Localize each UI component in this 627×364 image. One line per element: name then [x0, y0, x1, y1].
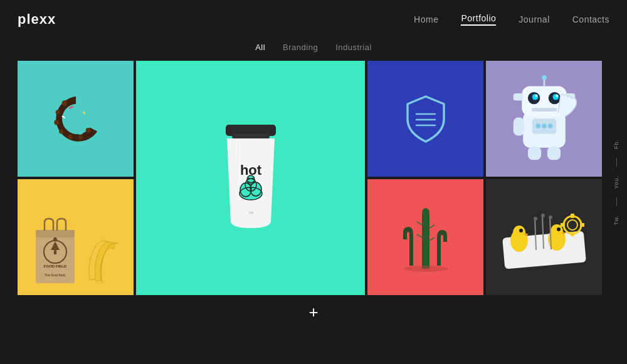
load-more-button[interactable]: + [308, 304, 318, 320]
filter-industrial[interactable]: Industrial [335, 43, 372, 52]
svg-line-62 [417, 234, 422, 237]
svg-point-6 [85, 127, 90, 132]
svg-point-76 [541, 214, 545, 217]
tools-icon [497, 200, 591, 275]
svg-rect-45 [513, 117, 524, 135]
svg-rect-53 [36, 230, 75, 237]
shield-wrap [404, 94, 448, 144]
svg-rect-47 [547, 146, 560, 159]
svg-point-79 [567, 220, 577, 230]
svg-point-71 [557, 227, 561, 231]
svg-point-51 [547, 123, 552, 128]
svg-line-61 [429, 225, 435, 228]
tools-wrap [497, 200, 591, 275]
svg-point-4 [67, 134, 72, 139]
svg-point-49 [535, 123, 540, 128]
nav-contacts[interactable]: Contacts [572, 14, 609, 24]
donut-c-icon [48, 91, 104, 147]
portfolio-grid: hot ™ [0, 61, 627, 295]
svg-rect-80 [571, 214, 574, 218]
svg-point-0 [61, 100, 67, 106]
svg-point-42 [542, 75, 547, 80]
portfolio-item-4[interactable] [486, 61, 602, 177]
svg-rect-13 [232, 133, 270, 138]
shield-icon [404, 94, 448, 144]
social-divider-2 [616, 197, 617, 206]
svg-point-5 [78, 135, 82, 139]
logo[interactable]: plexx [18, 11, 56, 28]
svg-rect-43 [513, 93, 522, 100]
svg-rect-56 [54, 250, 56, 254]
food-bag-icon: FOOD FIELD The food field. [33, 217, 77, 286]
social-sidebar: Fb. You. Tw. [613, 138, 619, 225]
svg-point-36 [532, 93, 538, 100]
svg-point-2 [54, 120, 59, 125]
svg-rect-46 [527, 146, 540, 159]
portfolio-item-5[interactable]: FOOD FIELD The food field. [18, 179, 134, 295]
nav-journal[interactable]: Journal [519, 14, 549, 24]
svg-text:FOOD FIELD: FOOD FIELD [44, 264, 67, 268]
svg-point-50 [542, 123, 547, 128]
filter-bar: All Branding Industrial [0, 39, 627, 61]
header: plexx Home Portfolio Journal Contacts [0, 0, 627, 39]
svg-point-38 [535, 94, 537, 96]
social-you[interactable]: You. [613, 175, 619, 189]
svg-point-11 [66, 109, 85, 128]
filter-branding[interactable]: Branding [283, 43, 318, 52]
svg-point-64 [403, 266, 448, 272]
svg-point-78 [564, 216, 581, 234]
social-fb[interactable]: Fb. [613, 138, 619, 148]
svg-rect-40 [531, 108, 557, 112]
svg-point-75 [534, 217, 537, 221]
svg-rect-82 [561, 223, 565, 227]
nav-home[interactable]: Home [414, 14, 438, 24]
svg-point-3 [59, 129, 63, 133]
svg-rect-83 [580, 223, 584, 227]
coffee-cup-icon: hot ™ [213, 125, 288, 231]
portfolio-item-1[interactable] [18, 61, 134, 177]
svg-point-1 [55, 110, 60, 114]
svg-text:™: ™ [248, 211, 253, 217]
svg-point-67 [513, 226, 525, 239]
svg-rect-81 [571, 232, 574, 236]
svg-line-60 [417, 222, 422, 225]
filter-all[interactable]: All [255, 43, 265, 52]
portfolio-item-3[interactable] [367, 61, 483, 177]
cactus-icon [401, 203, 451, 272]
svg-point-39 [556, 94, 558, 96]
load-more-section: + [0, 295, 627, 320]
banana-icon [83, 236, 118, 286]
coffee-cup-wrap: hot ™ [213, 125, 288, 231]
svg-point-77 [549, 216, 552, 219]
food-bag-wrap: FOOD FIELD The food field. [18, 179, 134, 295]
social-tw[interactable]: Tw. [613, 215, 619, 226]
portfolio-item-6[interactable] [367, 179, 483, 295]
svg-line-63 [429, 237, 435, 241]
main-nav: Home Portfolio Journal Contacts [414, 13, 609, 26]
svg-point-37 [552, 93, 559, 100]
svg-point-68 [519, 229, 523, 232]
portfolio-item-2[interactable]: hot ™ [136, 61, 365, 295]
portfolio-item-7[interactable] [486, 179, 602, 295]
robot-icon [503, 75, 585, 163]
social-divider-1 [616, 157, 617, 166]
svg-text:The food field.: The food field. [45, 273, 66, 277]
svg-point-57 [53, 237, 57, 241]
cactus-wrap [401, 203, 451, 272]
svg-rect-7 [68, 106, 73, 109]
nav-portfolio[interactable]: Portfolio [461, 13, 496, 26]
